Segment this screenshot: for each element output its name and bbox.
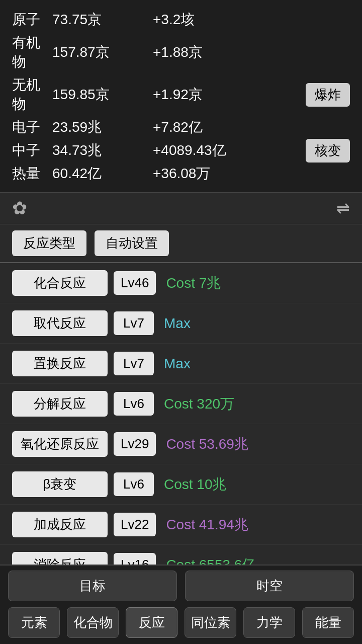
stat-name: 热量: [12, 164, 52, 183]
reaction-row: 加成反应Lv22Cost 41.94兆: [0, 505, 362, 545]
stat-delta: +36.08万: [153, 164, 350, 183]
reaction-level: Lv29: [114, 432, 156, 456]
reaction-level: Lv7: [114, 352, 154, 375]
bottom-nav-button[interactable]: 目标: [8, 571, 177, 601]
bottom-nav-button[interactable]: 时空: [185, 571, 354, 601]
stat-row: 热量60.42亿+36.08万: [12, 164, 350, 183]
stat-action-button[interactable]: 核变: [306, 139, 350, 163]
stat-name: 有机物: [12, 33, 52, 71]
reaction-cost: Max: [164, 356, 191, 372]
stat-value: 60.42亿: [52, 164, 153, 183]
stat-value: 34.73兆: [52, 141, 153, 160]
reaction-row: 置换反应Lv7Max: [0, 344, 362, 384]
reaction-level: Lv6: [114, 392, 154, 416]
stats-section: 原子73.75京+3.2垓有机物157.87京+1.88京无机物159.85京+…: [0, 0, 362, 192]
stat-name: 电子: [12, 118, 52, 137]
shuffle-icon: ⇌: [336, 199, 350, 218]
stat-row: 电子23.59兆+7.82亿: [12, 118, 350, 137]
stat-row: 中子34.73兆+4089.43亿核变: [12, 141, 350, 160]
reaction-level: Lv22: [114, 513, 156, 536]
reaction-cost: Cost 320万: [164, 394, 234, 414]
stat-name: 无机物: [12, 75, 52, 114]
bottom-nav-button[interactable]: 反应: [126, 607, 177, 638]
stat-delta: +7.82亿: [153, 118, 350, 137]
stat-delta: +1.88京: [153, 43, 350, 62]
icon-row: ✿ ⇌: [0, 192, 362, 224]
reaction-row: 化合反应Lv46Cost 7兆: [0, 263, 362, 303]
reaction-cost: Cost 41.94兆: [166, 515, 248, 534]
bottom-row1: 目标时空: [0, 566, 362, 604]
bottom-nav-button[interactable]: 化合物: [67, 607, 119, 638]
stat-action-button[interactable]: 爆炸: [306, 83, 350, 107]
reaction-level: Lv6: [114, 472, 154, 496]
tab-reaction-type[interactable]: 反应类型: [12, 230, 86, 256]
stat-value: 73.75京: [52, 10, 153, 29]
stat-row: 原子73.75京+3.2垓: [12, 10, 350, 29]
reaction-name-button[interactable]: 分解反应: [12, 391, 108, 417]
reaction-cost: Max: [164, 315, 191, 332]
reaction-name-button[interactable]: 氧化还原反应: [12, 431, 108, 457]
reaction-cost: Cost 53.69兆: [166, 435, 248, 454]
reaction-name-button[interactable]: 置换反应: [12, 351, 108, 376]
reaction-name-button[interactable]: 取代反应: [12, 310, 108, 336]
tab-row: 反应类型 自动设置: [0, 224, 362, 263]
stat-row: 无机物159.85京+1.92京爆炸: [12, 75, 350, 114]
bottom-nav-button[interactable]: 元素: [8, 607, 60, 638]
reaction-level: Lv46: [114, 271, 156, 295]
reaction-name-button[interactable]: 化合反应: [12, 270, 108, 296]
stat-row: 有机物157.87京+1.88京: [12, 33, 350, 71]
reaction-row: β衰变Lv6Cost 10兆: [0, 464, 362, 505]
stat-name: 中子: [12, 141, 52, 160]
flower-icon: ✿: [12, 198, 27, 219]
bottom-row2: 元素化合物反应同位素力学能量: [0, 604, 362, 644]
reaction-cost: Cost 7兆: [166, 274, 221, 293]
bottom-nav-button[interactable]: 同位素: [185, 607, 236, 638]
stat-value: 157.87京: [52, 43, 153, 62]
reaction-name-button[interactable]: β衰变: [12, 471, 108, 497]
bottom-nav-button[interactable]: 能量: [302, 607, 354, 638]
reaction-row: 分解反应Lv6Cost 320万: [0, 384, 362, 424]
stat-name: 原子: [12, 10, 52, 29]
bottom-nav-button[interactable]: 力学: [243, 607, 295, 638]
stat-delta: +3.2垓: [153, 10, 350, 29]
reaction-level: Lv7: [114, 311, 154, 335]
stat-value: 23.59兆: [52, 118, 153, 137]
reaction-row: 氧化还原反应Lv29Cost 53.69兆: [0, 424, 362, 464]
stat-value: 159.85京: [52, 85, 153, 104]
reaction-row: 取代反应Lv7Max: [0, 303, 362, 344]
reaction-name-button[interactable]: 加成反应: [12, 512, 108, 537]
bottom-nav: 目标时空 元素化合物反应同位素力学能量: [0, 565, 362, 644]
tab-auto-settings[interactable]: 自动设置: [95, 230, 169, 256]
reaction-cost: Cost 10兆: [164, 475, 227, 494]
